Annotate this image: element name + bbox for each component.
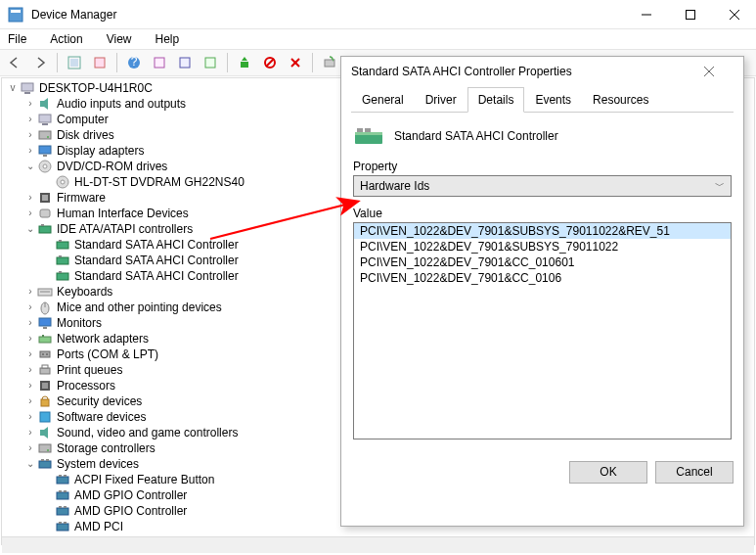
- svg-rect-62: [39, 444, 51, 452]
- expand-icon[interactable]: ›: [23, 378, 37, 393]
- expand-icon[interactable]: ›: [23, 96, 37, 112]
- expand-icon[interactable]: ›: [23, 112, 37, 127]
- svg-point-30: [43, 164, 47, 168]
- svg-rect-67: [57, 477, 68, 484]
- firmware-icon: [37, 190, 53, 206]
- menu-file[interactable]: File: [4, 30, 30, 48]
- tab-events[interactable]: Events: [524, 87, 582, 113]
- tab-resources[interactable]: Resources: [582, 87, 659, 113]
- action2-button[interactable]: [174, 52, 196, 73]
- expand-icon[interactable]: ›: [23, 362, 37, 378]
- expand-icon[interactable]: ›: [23, 206, 37, 221]
- value-item[interactable]: PCI\VEN_1022&DEV_7901&SUBSYS_79011022: [354, 239, 731, 254]
- svg-rect-71: [59, 490, 62, 492]
- hid-icon: [37, 206, 53, 221]
- svg-rect-82: [355, 132, 382, 135]
- expand-icon[interactable]: ›: [23, 190, 37, 206]
- expand-icon[interactable]: ›: [23, 347, 37, 362]
- dvd-icon: [55, 174, 70, 190]
- scan-button[interactable]: [319, 52, 340, 73]
- dialog-title: Standard SATA AHCI Controller Properties: [351, 65, 704, 78]
- ok-button[interactable]: OK: [569, 461, 647, 484]
- dialog-tabs: General Driver Details Events Resources: [351, 86, 734, 113]
- horizontal-scrollbar[interactable]: [2, 536, 754, 553]
- uninstall-button[interactable]: [285, 52, 306, 73]
- action3-button[interactable]: [200, 52, 221, 73]
- property-dropdown[interactable]: Hardware Ids ﹀: [353, 175, 732, 197]
- tree-item-label: HL-DT-ST DVDRAM GH22NS40: [74, 174, 245, 190]
- window-titlebar: Device Manager: [0, 0, 756, 29]
- svg-rect-23: [39, 115, 51, 122]
- tree-item-label: Computer: [57, 112, 109, 127]
- svg-rect-73: [57, 508, 68, 515]
- expand-icon[interactable]: ›: [23, 393, 37, 409]
- value-item[interactable]: PCI\VEN_1022&DEV_7901&CC_010601: [354, 254, 731, 270]
- device-icon: [353, 124, 384, 148]
- svg-point-54: [46, 353, 48, 355]
- display-icon: [37, 143, 53, 159]
- svg-rect-24: [42, 123, 48, 125]
- tree-item-label: Firmware: [57, 190, 106, 206]
- expand-icon[interactable]: ⌄: [23, 221, 37, 237]
- update-driver-button[interactable]: [234, 52, 255, 73]
- help-button[interactable]: ?: [123, 52, 145, 73]
- close-button[interactable]: [712, 0, 756, 29]
- value-listbox[interactable]: PCI\VEN_1022&DEV_7901&SUBSYS_79011022&RE…: [353, 222, 732, 439]
- tree-item-label: Mice and other pointing devices: [57, 300, 222, 315]
- menu-action[interactable]: Action: [46, 30, 86, 48]
- expand-icon[interactable]: ›: [23, 284, 37, 300]
- svg-rect-70: [57, 492, 68, 499]
- expand-icon[interactable]: ›: [23, 409, 37, 425]
- tree-item-label: Disk drives: [57, 127, 114, 143]
- expand-icon[interactable]: ›: [23, 425, 37, 440]
- tab-general[interactable]: General: [351, 87, 415, 113]
- expand-icon[interactable]: v: [6, 80, 20, 96]
- tree-item-label: Standard SATA AHCI Controller: [74, 253, 239, 268]
- tree-item-label: System devices: [57, 456, 139, 472]
- value-item[interactable]: PCI\VEN_1022&DEV_7901&CC_0106: [354, 270, 731, 286]
- disable-button[interactable]: [259, 52, 281, 73]
- cancel-button[interactable]: Cancel: [655, 461, 734, 484]
- computer-icon: [20, 80, 35, 96]
- computer-icon: [37, 112, 53, 127]
- tree-item-label: Ports (COM & LPT): [57, 347, 158, 362]
- svg-rect-48: [39, 318, 51, 326]
- svg-rect-74: [59, 506, 62, 508]
- action1-button[interactable]: [149, 52, 170, 73]
- menu-view[interactable]: View: [103, 30, 136, 48]
- value-item[interactable]: PCI\VEN_1022&DEV_7901&SUBSYS_79011022&RE…: [354, 223, 731, 239]
- tab-details[interactable]: Details: [467, 87, 525, 113]
- expand-icon[interactable]: ›: [23, 315, 37, 331]
- expand-icon[interactable]: ›: [23, 331, 37, 347]
- svg-rect-22: [40, 101, 44, 107]
- value-label: Value: [353, 207, 732, 220]
- expand-icon[interactable]: ⌄: [23, 456, 37, 472]
- expand-icon[interactable]: ›: [23, 143, 37, 159]
- properties-button[interactable]: [89, 52, 111, 73]
- dialog-titlebar: Standard SATA AHCI Controller Properties: [341, 57, 743, 86]
- dialog-close-button[interactable]: [704, 67, 734, 76]
- svg-point-26: [47, 136, 49, 138]
- back-button[interactable]: [4, 52, 25, 73]
- system-icon: [37, 456, 53, 472]
- maximize-button[interactable]: [668, 0, 712, 29]
- port-icon: [37, 347, 53, 362]
- tree-item-label: Network adapters: [57, 331, 149, 347]
- menu-help[interactable]: Help: [152, 30, 184, 48]
- system-icon: [55, 472, 70, 487]
- svg-rect-7: [70, 59, 78, 67]
- expand-icon[interactable]: ›: [23, 300, 37, 315]
- svg-rect-50: [39, 337, 51, 343]
- expand-icon[interactable]: ›: [23, 127, 37, 143]
- svg-rect-40: [57, 257, 68, 264]
- tree-item-label: IDE ATA/ATAPI controllers: [57, 221, 193, 237]
- minimize-button[interactable]: [624, 0, 668, 29]
- tree-item-label: Storage controllers: [57, 440, 156, 456]
- tree-item-label: Security devices: [57, 393, 142, 409]
- forward-button[interactable]: [29, 52, 51, 73]
- expand-icon[interactable]: ›: [23, 440, 37, 456]
- expand-icon[interactable]: ⌄: [23, 159, 37, 174]
- show-hidden-button[interactable]: [64, 52, 85, 73]
- tab-driver[interactable]: Driver: [415, 87, 467, 113]
- system-icon: [55, 487, 70, 503]
